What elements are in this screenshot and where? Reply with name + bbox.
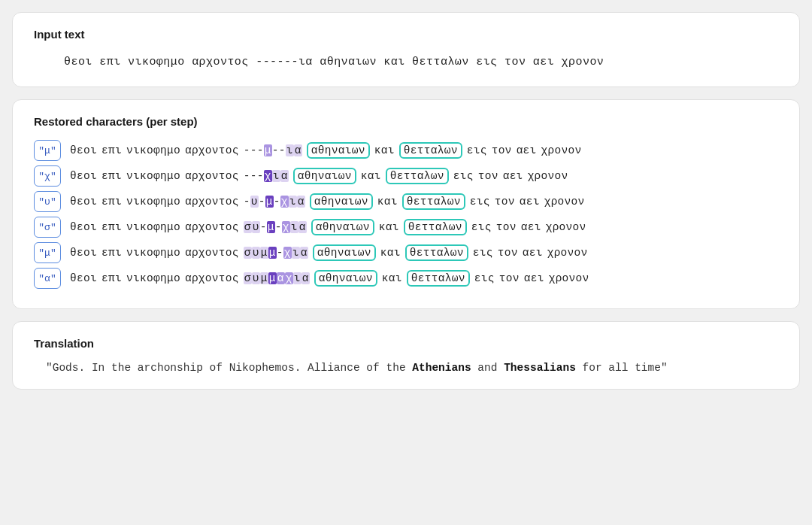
char-badge-upsilon: "υ" — [34, 191, 61, 212]
highlight-word-athenians-6: αθηναιων — [314, 270, 377, 287]
highlight-word-thessalians-5: θετταλων — [405, 244, 468, 261]
highlight-word-athenians-5: αθηναιων — [313, 244, 376, 261]
highlight-word-athenians-4: αθηναιων — [311, 219, 374, 235]
translation-thessalians: Thessalians — [504, 362, 576, 374]
table-row: "μ" θεοι επι νικοφημο αρχοντος ---μ--ια … — [34, 140, 778, 161]
highlight-word-thessalians-6: θετταλων — [407, 270, 470, 287]
row-text-3: θεοι επι νικοφημο αρχοντος -υ-μ-χια αθην… — [70, 193, 585, 210]
input-text-title: Input text — [34, 28, 778, 41]
translation-title: Translation — [34, 337, 778, 350]
translation-suffix: for all time" — [576, 362, 668, 374]
row-text-1: θεοι επι νικοφημο αρχοντος ---μ--ια αθην… — [70, 142, 582, 159]
table-row: "χ" θεοι επι νικοφημο αρχοντος ---χια αθ… — [34, 165, 778, 187]
row-text-4: θεοι επι νικοφημο αρχοντος συ-μ-χια αθην… — [70, 219, 586, 235]
table-row: "υ" θεοι επι νικοφημο αρχοντος -υ-μ-χια … — [34, 191, 778, 212]
row-text-6: θεοι επι νικοφημο αρχοντος συμμαχια αθην… — [70, 270, 589, 287]
char-badge-mu1: "μ" — [34, 140, 61, 161]
row-text-2: θεοι επι νικοφημο αρχοντος ---χια αθηναι… — [70, 168, 568, 184]
char-badge-alpha: "α" — [34, 268, 61, 289]
highlight-word-athenians-3: αθηναιων — [310, 193, 373, 210]
table-row: "σ" θεοι επι νικοφημο αρχοντος συ-μ-χια … — [34, 217, 778, 238]
highlight-word-thessalians-4: θετταλων — [404, 219, 467, 235]
char-badge-mu2: "μ" — [34, 242, 61, 263]
translation-athenians: Athenians — [412, 362, 471, 374]
table-row: "α" θεοι επι νικοφημο αρχοντος συμμαχια … — [34, 268, 778, 289]
highlight-word-thessalians-3: θετταλων — [402, 193, 465, 210]
translation-content: "Gods. In the archonship of Nikophemos. … — [34, 362, 778, 374]
input-text-card: Input text θεοι επι νικοφημο αρχοντος --… — [12, 12, 800, 87]
translation-card: Translation "Gods. In the archonship of … — [12, 321, 800, 390]
highlight-word-athenians-2: αθηναιων — [293, 168, 356, 184]
translation-and: and — [471, 362, 504, 374]
char-badge-chi: "χ" — [34, 165, 61, 187]
translation-prefix: "Gods. In the archonship of Nikophemos. … — [46, 362, 412, 374]
highlight-word-thessalians-1: θετταλων — [399, 142, 462, 159]
input-text-content: θεοι επι νικοφημο αρχοντος ------ια αθην… — [34, 53, 778, 71]
highlight-word-thessalians-2: θετταλων — [386, 168, 449, 184]
table-row: "μ" θεοι επι νικοφημο αρχοντος συμμ-χια … — [34, 242, 778, 263]
highlight-word-athenians-1: αθηναιων — [307, 142, 370, 159]
restored-chars-title: Restored characters (per step) — [34, 115, 778, 128]
char-badge-sigma: "σ" — [34, 217, 61, 238]
restored-chars-card: Restored characters (per step) "μ" θεοι … — [12, 99, 800, 309]
row-text-5: θεοι επι νικοφημο αρχοντος συμμ-χια αθην… — [70, 244, 588, 261]
